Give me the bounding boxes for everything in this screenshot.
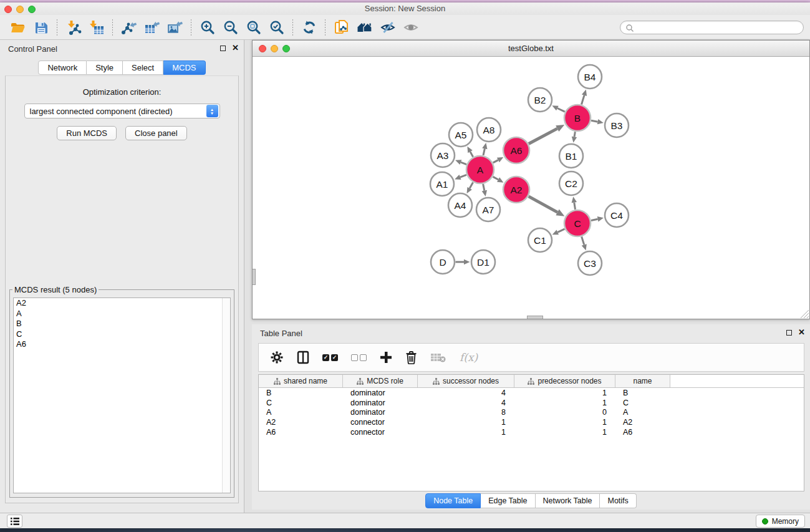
mcds-result-item[interactable]: A xyxy=(14,309,230,319)
node-A2[interactable]: A2 xyxy=(503,177,529,203)
node-A4[interactable]: A4 xyxy=(448,193,472,217)
criterion-dropdown[interactable]: largest connected component (directed) ▲… xyxy=(24,104,220,118)
column-header-predecessor-nodes[interactable]: predecessor nodes xyxy=(514,375,615,387)
column-header-shared-name[interactable]: shared name xyxy=(259,375,343,387)
zoom-fit-button[interactable] xyxy=(242,17,265,37)
node-D[interactable]: D xyxy=(431,250,455,274)
node-B1[interactable]: B1 xyxy=(559,144,583,168)
tab-select[interactable]: Select xyxy=(123,60,163,75)
tab-motifs[interactable]: Motifs xyxy=(600,493,636,508)
node-A[interactable]: A xyxy=(466,156,494,183)
node-B4[interactable]: B4 xyxy=(578,65,602,89)
float-panel-icon[interactable] xyxy=(220,46,226,51)
result-scrollbar[interactable] xyxy=(222,298,230,493)
table-row[interactable]: Bdominator41B xyxy=(259,388,804,398)
add-column-button[interactable] xyxy=(380,351,392,364)
edge-C-C3[interactable] xyxy=(582,236,587,250)
edge-C-C1[interactable] xyxy=(552,229,565,235)
node-A8[interactable]: A8 xyxy=(477,118,501,142)
close-window-button[interactable] xyxy=(4,6,12,13)
memory-button[interactable]: Memory xyxy=(756,515,805,528)
edge-B-B3[interactable] xyxy=(591,119,604,124)
import-table-button[interactable] xyxy=(85,17,108,37)
mcds-result-item[interactable]: C xyxy=(14,329,230,340)
export-network-button[interactable] xyxy=(117,17,140,37)
edge-A-A8[interactable] xyxy=(482,143,487,155)
zoom-out-button[interactable] xyxy=(219,17,242,37)
refresh-view-button[interactable] xyxy=(297,17,321,37)
node-C3[interactable]: C3 xyxy=(578,251,602,275)
splitter-handle-left[interactable] xyxy=(253,269,256,285)
node-A5[interactable]: A5 xyxy=(449,123,473,147)
mcds-result-item[interactable]: B xyxy=(14,319,230,329)
export-table-button[interactable] xyxy=(140,17,163,37)
export-image-button[interactable] xyxy=(163,17,186,37)
splitter-handle-bottom[interactable] xyxy=(527,316,543,319)
edge-A-A3[interactable] xyxy=(455,160,466,165)
edge-B-B4[interactable] xyxy=(582,90,587,105)
zoom-in-button[interactable] xyxy=(196,17,219,37)
node-A6[interactable]: A6 xyxy=(503,137,529,163)
tab-edge-table[interactable]: Edge Table xyxy=(481,493,535,508)
network-zoom-button[interactable] xyxy=(282,45,290,52)
table-row[interactable]: Adominator80A xyxy=(259,408,804,418)
show-columns-button[interactable] xyxy=(297,351,309,364)
network-canvas[interactable]: B4B2BB3A8A5A6A3B1AC2A1A2A4A7C4CC1C3DD1 xyxy=(253,57,809,319)
search-field[interactable] xyxy=(620,21,804,34)
tab-node-table[interactable]: Node Table xyxy=(425,493,481,508)
close-panel-button[interactable]: Close panel xyxy=(125,126,187,140)
edge-A6-B[interactable] xyxy=(529,125,564,143)
edge-A-A6[interactable] xyxy=(493,157,504,163)
zoom-window-button[interactable] xyxy=(28,6,36,13)
tab-network-table[interactable]: Network Table xyxy=(536,493,600,508)
edge-B-B2[interactable] xyxy=(552,105,564,112)
open-file-button[interactable] xyxy=(6,17,29,37)
task-history-button[interactable] xyxy=(7,515,22,528)
tab-mcds[interactable]: MCDS xyxy=(163,60,205,75)
close-table-panel-icon[interactable]: ✕ xyxy=(798,329,805,336)
table-row[interactable]: A2connector11A2 xyxy=(259,417,804,427)
tab-style[interactable]: Style xyxy=(87,60,123,75)
window-resize-grip[interactable] xyxy=(800,309,809,318)
search-input[interactable] xyxy=(637,23,793,32)
new-network-from-selection-button[interactable] xyxy=(330,17,353,37)
minimize-window-button[interactable] xyxy=(16,6,24,13)
edge-A-A1[interactable] xyxy=(455,175,466,180)
node-C1[interactable]: C1 xyxy=(528,228,552,252)
select-all-button[interactable]: ✓ ✓ xyxy=(322,354,338,361)
edge-A-A2[interactable] xyxy=(493,177,504,182)
network-minimize-button[interactable] xyxy=(271,45,278,52)
node-B3[interactable]: B3 xyxy=(605,114,629,137)
node-B2[interactable]: B2 xyxy=(528,88,552,112)
edge-C-C2[interactable] xyxy=(572,196,577,210)
edge-A2-C[interactable] xyxy=(529,196,565,216)
table-row[interactable]: Cdominator41C xyxy=(259,398,804,408)
edge-D-D1[interactable] xyxy=(456,259,470,265)
table-settings-button[interactable] xyxy=(270,351,284,364)
edge-A-A7[interactable] xyxy=(482,184,487,196)
deselect-all-button[interactable] xyxy=(351,354,367,361)
float-table-panel-icon[interactable] xyxy=(786,330,792,336)
node-C2[interactable]: C2 xyxy=(559,172,583,195)
table-row[interactable]: A6connector11A6 xyxy=(259,427,804,437)
column-header-successor-nodes[interactable]: successor nodes xyxy=(418,375,514,387)
node-A3[interactable]: A3 xyxy=(431,143,455,167)
node-B[interactable]: B xyxy=(564,105,591,131)
import-network-button[interactable] xyxy=(62,17,85,37)
first-neighbors-button[interactable] xyxy=(353,17,376,37)
network-close-button[interactable] xyxy=(259,45,266,52)
delete-row-button[interactable] xyxy=(405,351,417,364)
edge-A-A5[interactable] xyxy=(467,147,473,157)
node-D1[interactable]: D1 xyxy=(471,250,495,274)
hide-selected-button[interactable] xyxy=(376,17,399,37)
column-header-MCDS-role[interactable]: MCDS role xyxy=(343,375,418,387)
show-all-button[interactable] xyxy=(399,17,422,37)
edge-C-C4[interactable] xyxy=(591,216,604,221)
network-window-titlebar[interactable]: testGlobe.txt xyxy=(253,41,809,57)
mcds-result-item[interactable]: A6 xyxy=(14,339,230,350)
close-panel-icon[interactable]: ✕ xyxy=(232,44,239,52)
node-A7[interactable]: A7 xyxy=(476,198,500,221)
node-C4[interactable]: C4 xyxy=(605,203,629,227)
node-C[interactable]: C xyxy=(564,210,591,236)
edge-B-B1[interactable] xyxy=(572,132,577,143)
